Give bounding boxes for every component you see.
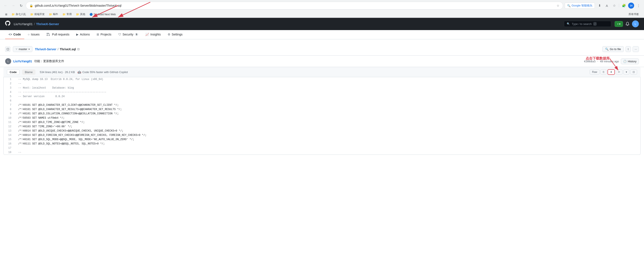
nav-pull-requests[interactable]: Pull requests bbox=[43, 30, 73, 39]
nav-code[interactable]: <> Code bbox=[5, 30, 24, 39]
collapse-button[interactable]: ⊡ bbox=[630, 69, 637, 75]
line-number[interactable]: 7 bbox=[4, 103, 15, 107]
line-number[interactable]: 3 bbox=[4, 86, 15, 90]
nav-security[interactable]: 🛡 Security 5 bbox=[115, 30, 142, 39]
t-button[interactable]: t bbox=[626, 46, 631, 52]
nav-settings[interactable]: ⚙ Settings bbox=[164, 30, 186, 39]
line-number[interactable]: 17 bbox=[4, 146, 15, 150]
security-badge: 5 bbox=[134, 33, 138, 36]
nav-insights-label: Insights bbox=[150, 33, 160, 36]
extensions-button[interactable]: 🧩 bbox=[621, 3, 627, 9]
bookmark-page-button[interactable]: ☆ bbox=[611, 3, 617, 9]
line-content: /*!40103 SET TIME_ZONE='+00:00' */; bbox=[15, 124, 76, 129]
edit-chevron-button[interactable]: ▾ bbox=[624, 69, 630, 75]
google-lens-button[interactable]: 🔍 Google 智能镜头 bbox=[565, 3, 595, 9]
commit-author-avatar[interactable]: L bbox=[5, 58, 11, 64]
line-number[interactable]: 1 bbox=[4, 77, 15, 82]
branch-selector[interactable]: ⑂ master ▾ bbox=[13, 46, 32, 52]
line-number[interactable]: 13 bbox=[4, 129, 15, 133]
branch-chevron-icon: ▾ bbox=[28, 48, 30, 50]
line-number[interactable]: 10 bbox=[4, 116, 15, 120]
bookmark-other[interactable]: 📁 其他 bbox=[74, 12, 87, 17]
raw-button[interactable]: Raw bbox=[590, 69, 600, 75]
all-bookmarks-button[interactable]: 所有书签 bbox=[627, 12, 640, 17]
repo-breadcrumb-link[interactable]: ThriveX-Server bbox=[35, 48, 56, 51]
line-number[interactable]: 18 bbox=[4, 150, 15, 155]
commit-sha[interactable]: 43068a5 bbox=[584, 60, 596, 63]
actions-icon: ▶ bbox=[76, 33, 78, 36]
forward-button[interactable]: → bbox=[10, 3, 16, 9]
copilot-icon: 🤖 bbox=[78, 70, 81, 74]
lens-icon: 🔍 bbox=[567, 4, 570, 7]
bookmark-label: SeaMaid Next Web bbox=[94, 13, 116, 16]
url-text: github.com/LiuYuYang01/ThriveX-Server/bl… bbox=[35, 4, 555, 7]
line-number[interactable]: 16 bbox=[4, 142, 15, 146]
translate-button[interactable]: A bbox=[604, 3, 610, 9]
line-number[interactable]: 15 bbox=[4, 137, 15, 142]
code-tab[interactable]: Code bbox=[7, 69, 20, 75]
file-name: ThriveX.sql bbox=[60, 48, 76, 51]
line-number[interactable]: 2 bbox=[4, 82, 15, 86]
repo-breadcrumb: LiuYuYang01 / ThriveX-Server bbox=[14, 22, 59, 26]
code-section: 点击下载数据库 Code Blame 534 lines (461 loc) ·… bbox=[0, 67, 644, 155]
header-search[interactable]: 🔍 Type / to search / bbox=[564, 21, 611, 27]
blame-tab[interactable]: Blame bbox=[22, 69, 36, 75]
bookmark-zaqi[interactable]: 📁 杂七八乱 bbox=[10, 12, 28, 17]
folder-icon: 📁 bbox=[49, 13, 52, 16]
copilot-badge[interactable]: 🤖 Code 55% faster with GitHub Copilot bbox=[78, 70, 128, 74]
line-number[interactable]: 6 bbox=[4, 99, 15, 103]
profile-button[interactable]: 14 bbox=[628, 3, 634, 9]
code-line-8: 8/*!40101 SET @OLD_CHARACTER_SET_RESULTS… bbox=[4, 107, 640, 112]
back-button[interactable]: ← bbox=[2, 3, 8, 9]
sidebar-toggle[interactable]: ⊡ bbox=[5, 47, 10, 52]
line-number[interactable]: 11 bbox=[4, 120, 15, 124]
bookmark-frontend[interactable]: 📁 前端开发 bbox=[28, 12, 46, 17]
line-number[interactable]: 14 bbox=[4, 133, 15, 137]
download-page-button[interactable]: ⬇ bbox=[596, 3, 602, 9]
browser-actions: ⬇ A ☆ 🧩 14 ⋮ bbox=[596, 3, 642, 9]
code-icon: <> bbox=[8, 33, 12, 36]
new-button[interactable]: + ▾ bbox=[614, 21, 623, 27]
edit-button[interactable]: ✏ bbox=[616, 69, 622, 75]
username-link[interactable]: LiuYuYang01 bbox=[14, 22, 33, 26]
history-label: History bbox=[628, 60, 636, 63]
star-icon: ☆ bbox=[557, 4, 560, 7]
nav-issues[interactable]: ○ Issues bbox=[24, 30, 43, 39]
line-number[interactable]: 8 bbox=[4, 107, 15, 112]
reload-button[interactable]: ↻ bbox=[18, 3, 24, 9]
download-button[interactable]: ⬇ bbox=[608, 69, 615, 75]
line-number[interactable]: 9 bbox=[4, 112, 15, 116]
lock-icon: 🔒 bbox=[30, 4, 33, 7]
repo-link[interactable]: ThriveX-Server bbox=[36, 22, 59, 26]
search-box[interactable]: 🔍 Type / to search / bbox=[564, 21, 611, 27]
history-button[interactable]: 🕐 History bbox=[621, 59, 639, 64]
address-bar[interactable]: 🔒 github.com/LiuYuYang01/ThriveX-Server/… bbox=[26, 2, 563, 10]
commit-author[interactable]: LiuYuYang01 bbox=[13, 60, 32, 63]
copy-raw-button[interactable]: ⎘ bbox=[600, 69, 607, 75]
go-to-file-button[interactable]: 🔍 Go to file bbox=[602, 46, 624, 52]
line-number[interactable]: 12 bbox=[4, 124, 15, 129]
nav-issues-label: Issues bbox=[31, 33, 40, 36]
code-line-3: 3-- Host: localhost Database: blog bbox=[4, 86, 640, 90]
more-options-button[interactable]: ··· bbox=[632, 46, 639, 52]
line-content: -- bbox=[15, 82, 25, 86]
line-number[interactable]: 4 bbox=[4, 90, 15, 94]
issues-icon: ○ bbox=[28, 33, 30, 36]
code-line-10: 10/*!50503 SET NAMES utf8mb4 */; bbox=[4, 116, 640, 120]
notifications-button[interactable] bbox=[626, 22, 630, 26]
line-number[interactable]: 5 bbox=[4, 94, 15, 99]
code-line-14: 14/*!40014 SET @OLD_FOREIGN_KEY_CHECKS=@… bbox=[4, 133, 640, 137]
nav-projects[interactable]: ⊞ Projects bbox=[93, 30, 115, 39]
user-avatar[interactable]: L bbox=[632, 21, 639, 27]
chrome-menu-button[interactable]: ⋮ bbox=[636, 3, 642, 9]
code-toolbar: Code Blame 534 lines (461 loc) · 26.2 KB… bbox=[4, 67, 640, 77]
nav-insights[interactable]: 📈 Insights bbox=[142, 30, 164, 39]
security-icon: 🛡 bbox=[118, 33, 121, 36]
bookmark-seamaid[interactable]: 🔵 SeaMaid Next Web bbox=[88, 13, 118, 16]
nav-actions[interactable]: ▶ Actions bbox=[73, 30, 93, 39]
bookmark-snail[interactable]: 📁 蜗牛 bbox=[47, 12, 60, 17]
copy-path-icon[interactable]: ⊡ bbox=[77, 48, 80, 51]
bookmark-apps[interactable]: ⊞ bbox=[4, 13, 9, 16]
github-logo[interactable] bbox=[5, 21, 10, 27]
bookmark-common[interactable]: 📁 常用 bbox=[61, 12, 74, 17]
